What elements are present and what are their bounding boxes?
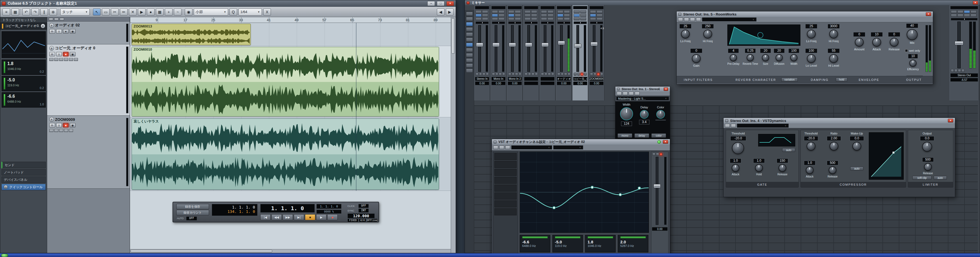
channel-fader[interactable] — [541, 25, 554, 72]
channel-fader[interactable] — [508, 25, 521, 72]
insert-slot[interactable] — [494, 185, 517, 192]
monitor-button[interactable]: ◉ — [70, 29, 75, 33]
monitor-button[interactable]: ◉ — [70, 123, 75, 127]
limiter-auto-button[interactable]: auto — [934, 176, 947, 180]
channel-buttons[interactable] — [573, 10, 588, 21]
diffusion-knob[interactable]: 20Diffusion — [774, 48, 784, 65]
eq-band-on-button[interactable] — [522, 236, 548, 238]
auto-value[interactable]: OFF — [186, 216, 197, 221]
knob-dial[interactable] — [620, 107, 633, 121]
snap-icon[interactable]: ◉ — [185, 8, 192, 16]
preset-selector[interactable]: ▼ — [737, 124, 789, 128]
knob-dial[interactable] — [924, 163, 932, 171]
knob-dial[interactable] — [779, 164, 786, 172]
knob-dial[interactable] — [922, 142, 932, 152]
envelope-release-knob[interactable]: 0Release — [888, 32, 900, 51]
channel-fader[interactable] — [492, 25, 505, 72]
channel-value[interactable]: 0.00 — [557, 81, 571, 85]
eq-band-freq[interactable]: 6488.0 Hz — [522, 244, 548, 247]
hi-freq-knob[interactable]: 250Hi Freq — [702, 24, 714, 43]
mix-knob[interactable]: 40Mix — [906, 24, 918, 44]
channel-state-buttons[interactable] — [523, 72, 539, 76]
knob-dial[interactable] — [853, 142, 861, 151]
click-value[interactable]: OFF — [358, 204, 369, 208]
channel-fader[interactable] — [652, 157, 667, 225]
close-icon[interactable]: × — [926, 12, 931, 16]
channel-value[interactable]: 0.00 — [508, 81, 522, 85]
insert-slot[interactable] — [494, 192, 517, 200]
insert-slot[interactable] — [494, 153, 517, 160]
record-enable-button[interactable] — [597, 73, 600, 76]
knob-dial[interactable] — [890, 38, 899, 46]
mixer-tool-button[interactable] — [466, 63, 473, 68]
comp-release-knob[interactable]: 500Release — [827, 160, 838, 178]
color-button[interactable]: color — [651, 133, 666, 138]
envelope-amount-knob[interactable]: 0Amount — [853, 32, 865, 51]
wet-only-toggle[interactable]: wet only — [905, 49, 920, 52]
config-selector[interactable]: ▼ — [553, 145, 583, 149]
eq-band-2[interactable]: -5.0 119.0 Hz — [552, 235, 583, 252]
knob-dial[interactable] — [681, 30, 690, 38]
record-enable-button[interactable]: ● — [63, 29, 69, 33]
solo-button[interactable]: s — [56, 29, 62, 33]
gate-hold-knob[interactable]: 1.0Hold — [753, 159, 765, 176]
record-enable-button[interactable] — [581, 73, 584, 76]
edit-channel-button[interactable]: e — [49, 23, 54, 28]
compressor-graph[interactable] — [869, 132, 904, 180]
audio-clip-zoom0013[interactable]: ZOOM0013 — [132, 24, 251, 45]
inspector-tab-quick-controls[interactable]: ◎クイックコントロール — [2, 184, 46, 190]
mixer-tool-button[interactable] — [466, 58, 473, 62]
record-button[interactable]: ● — [327, 214, 338, 220]
eq-curve-display[interactable] — [520, 152, 649, 233]
comp-threshold-knob[interactable]: Threshold-20.0 — [804, 132, 818, 151]
channel-state-buttons[interactable] — [589, 72, 604, 76]
inspector-tab-device-panel[interactable]: デバイスパネル — [2, 176, 46, 183]
channel-fader[interactable] — [557, 25, 570, 72]
damp-hi-freq-knob[interactable]: 3000Hi Freq — [828, 24, 840, 43]
eq-band-gain[interactable]: 2.0 — [620, 240, 646, 244]
channel-state-buttons[interactable] — [556, 72, 571, 76]
comp-ratio-knob[interactable]: Ratio2.00 — [827, 132, 841, 151]
damp-hi-level-knob[interactable]: 55Hi Level — [828, 48, 840, 67]
knob-dial[interactable] — [807, 30, 816, 38]
window-layout-button[interactable]: ▦ — [11, 8, 19, 16]
insert-slot[interactable] — [494, 161, 517, 168]
channel-state-buttons[interactable] — [573, 72, 588, 76]
record-enable-button[interactable]: ● — [63, 123, 69, 127]
insert-slot[interactable] — [494, 208, 517, 215]
play-button[interactable]: ▶ — [316, 214, 326, 220]
enhancer-titlebar[interactable]: Stereo Out: Ins. 1 - StereoE... × — [616, 87, 670, 92]
record-count-button[interactable]: 録音カウント — [176, 210, 209, 215]
split-tool[interactable]: ✂ — [111, 8, 119, 16]
gate-threshold-knob[interactable] — [732, 142, 744, 154]
toolbar-icon[interactable] — [505, 146, 510, 149]
forward-button[interactable]: ▶▶ — [283, 214, 293, 220]
comp-attack-knob[interactable]: 1.0Attack — [804, 160, 815, 178]
mixer-tool-button[interactable] — [466, 12, 473, 16]
track-preset-label[interactable]: トラックプリセットなし — [0, 17, 47, 22]
sync-value[interactable]: INT — [358, 209, 369, 213]
track-name[interactable]: オーディオ 02 — [55, 23, 80, 28]
knob-dial[interactable] — [806, 167, 813, 174]
channel-value[interactable] — [524, 81, 538, 85]
mute-button[interactable]: m — [49, 29, 55, 33]
record-enable-button[interactable]: ● — [63, 52, 69, 56]
monitor-button[interactable]: ◉ — [70, 52, 75, 56]
track-list-header-icon[interactable] — [49, 18, 53, 21]
pan-slider[interactable] — [492, 22, 505, 24]
quantize-preset-select[interactable]: 1/64▼ — [239, 8, 262, 16]
channel-fader[interactable] — [574, 25, 587, 72]
comp-makeup-knob[interactable]: Make-Up0.0 — [850, 132, 864, 151]
eq-band-freq[interactable]: 119.0 Hz — [555, 244, 581, 247]
channel-routing-display[interactable] — [541, 6, 555, 9]
scroll-right-icon[interactable]: ▶ — [446, 8, 453, 16]
eq-band-4[interactable]: 2.0 5287.0 Hz — [618, 235, 648, 252]
channel-buttons[interactable] — [540, 10, 555, 21]
mute-tool[interactable]: ● — [147, 8, 154, 16]
wet-only-checkbox[interactable] — [905, 49, 908, 52]
channel-value[interactable]: 0.00 — [475, 81, 489, 85]
delay-button[interactable]: delay — [635, 133, 649, 138]
channel-buttons[interactable] — [589, 10, 604, 21]
width-knob[interactable]: 100Width — [788, 48, 799, 65]
pre-delay-knob[interactable]: 4Pre-Delay — [727, 48, 739, 65]
